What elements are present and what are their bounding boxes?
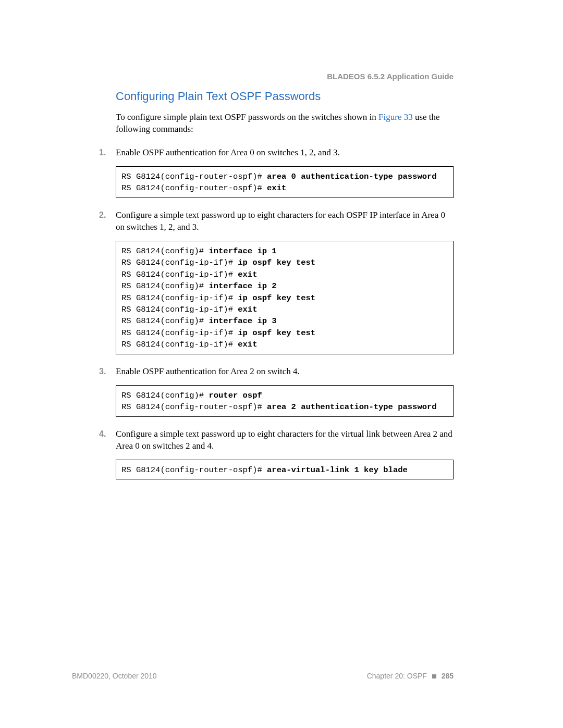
steps-list: Enable OSPF authentication for Area 0 on… <box>99 147 454 479</box>
intro-text-pre: To configure simple plain text OSPF pass… <box>116 112 378 122</box>
step-text: Enable OSPF authentication for Area 2 on… <box>116 366 300 376</box>
page-footer: BMD00220, October 2010 Chapter 20: OSPF … <box>72 672 454 680</box>
section-intro: To configure simple plain text OSPF pass… <box>116 112 454 135</box>
footer-left: BMD00220, October 2010 <box>72 672 157 680</box>
section-title: Configuring Plain Text OSPF Passwords <box>116 90 454 103</box>
code-block: RS G8124(config-router-ospf)# area-virtu… <box>116 460 454 479</box>
code-block: RS G8124(config-router-ospf)# area 0 aut… <box>116 166 454 198</box>
step-item: Configure a simple text password up to e… <box>99 428 454 479</box>
step-item: Enable OSPF authentication for Area 0 on… <box>99 147 454 198</box>
running-head: BLADEOS 6.5.2 Application Guide <box>327 72 454 81</box>
page-number: 285 <box>442 672 454 680</box>
footer-right: Chapter 20: OSPF 285 <box>367 672 454 680</box>
footer-chapter: Chapter 20: OSPF <box>367 672 427 680</box>
code-block: RS G8124(config)# interface ip 1 RS G812… <box>116 241 454 354</box>
code-block: RS G8124(config)# router ospf RS G8124(c… <box>116 385 454 417</box>
square-icon <box>432 674 436 678</box>
step-text: Enable OSPF authentication for Area 0 on… <box>116 147 340 157</box>
page: BLADEOS 6.5.2 Application Guide Configur… <box>0 0 563 728</box>
step-item: Configure a simple text password up to e… <box>99 209 454 354</box>
figure-link[interactable]: Figure 33 <box>378 112 413 122</box>
step-text: Configure a simple text password up to e… <box>116 429 452 451</box>
step-text: Configure a simple text password up to e… <box>116 210 445 232</box>
step-item: Enable OSPF authentication for Area 2 on… <box>99 366 454 417</box>
